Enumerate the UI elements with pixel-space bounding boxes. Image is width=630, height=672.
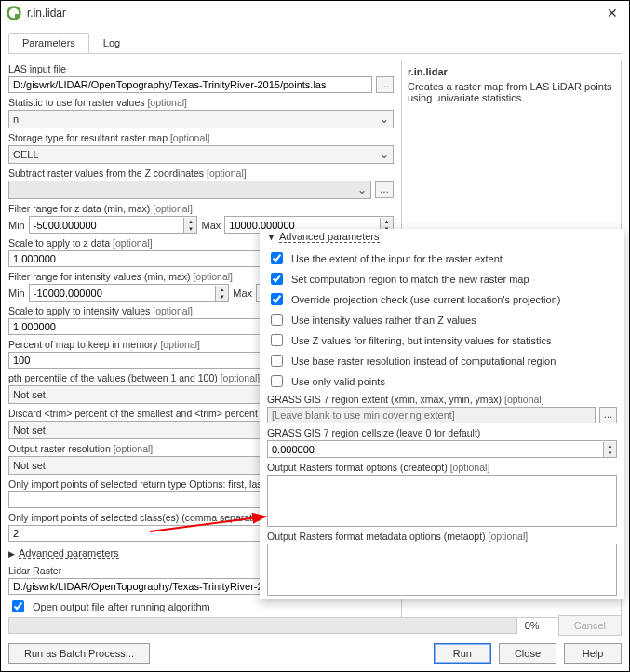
spin-down-icon[interactable]: ▼: [216, 293, 228, 301]
chk-z-filter[interactable]: Use Z values for filtering, but intensit…: [267, 331, 617, 349]
browse-subtract-button[interactable]: …: [375, 181, 394, 198]
cancel-button: Cancel: [558, 615, 622, 636]
triangle-down-icon: ▼: [267, 233, 275, 242]
createopt-textarea[interactable]: [267, 475, 617, 527]
spin-down-icon[interactable]: ▼: [604, 450, 616, 457]
statistic-select[interactable]: n: [8, 110, 394, 128]
progress-bar: [8, 617, 517, 634]
progress-percent: 0%: [525, 620, 551, 631]
cellsize-field[interactable]: ▲▼: [267, 440, 617, 458]
label-max: Max: [201, 220, 221, 231]
close-button[interactable]: Close: [499, 643, 556, 664]
chk-valid-only[interactable]: Use only valid points: [267, 372, 617, 390]
subtract-select[interactable]: [8, 181, 371, 199]
advanced-params-header[interactable]: ▼ Advanced parameters: [267, 229, 617, 247]
storage-select[interactable]: CELL: [8, 145, 394, 164]
help-description: Creates a raster map from LAS LiDAR poin…: [408, 81, 615, 103]
label-cellsize: GRASS GIS 7 region cellsize (leave 0 for…: [267, 427, 617, 438]
z-min-field[interactable]: ▲▼: [29, 216, 198, 234]
label-max: Max: [233, 288, 252, 299]
spin-up-icon[interactable]: ▲: [604, 442, 616, 450]
title-bar: r.in.lidar ✕: [1, 1, 629, 25]
label-filter-z: Filter range for z data (min, max) [opti…: [8, 203, 394, 214]
label-min: Min: [8, 288, 25, 299]
chk-use-intensity[interactable]: Use intensity values rather than Z value…: [267, 311, 617, 329]
window-title: r.in.lidar: [27, 7, 601, 20]
browse-extent-button[interactable]: …: [599, 407, 617, 423]
triangle-right-icon: ▶: [8, 549, 15, 558]
spin-up-icon[interactable]: ▲: [216, 286, 228, 293]
label-las-input: LAS input file: [8, 63, 394, 74]
svg-rect-1: [15, 14, 19, 18]
chk-override-proj[interactable]: Override projection check (use current l…: [267, 290, 617, 308]
chk-set-region[interactable]: Set computation region to match the new …: [267, 270, 617, 288]
label-min: Min: [8, 220, 25, 231]
label-region-extent: GRASS GIS 7 region extent (xmin, xmax, y…: [267, 394, 617, 405]
chk-base-res[interactable]: Use base raster resolution instead of co…: [267, 352, 617, 370]
run-button[interactable]: Run: [434, 643, 491, 664]
spin-up-icon[interactable]: ▲: [184, 218, 196, 225]
i-min-field[interactable]: ▲▼: [29, 284, 229, 302]
browse-las-button[interactable]: …: [376, 76, 394, 93]
batch-button[interactable]: Run as Batch Process...: [8, 643, 150, 664]
open-after-checkbox[interactable]: Open output file after running algorithm: [8, 598, 394, 615]
label-createopt: Output Rasters format options (createopt…: [267, 462, 617, 473]
tab-parameters[interactable]: Parameters: [8, 33, 89, 53]
label-statistic: Statistic to use for raster values [opti…: [8, 97, 394, 108]
label-metaopt: Output Rasters format metadata options (…: [267, 531, 617, 542]
las-input-field[interactable]: [8, 76, 372, 93]
advanced-params-popover: ▼ Advanced parameters Use the extent of …: [260, 229, 624, 599]
metaopt-textarea[interactable]: [267, 544, 617, 596]
region-extent-field[interactable]: [267, 407, 596, 423]
qgis-logo-icon: [7, 6, 21, 20]
label-subtract: Subtract raster values from the Z coordi…: [8, 168, 394, 179]
close-icon[interactable]: ✕: [601, 6, 623, 20]
spin-down-icon[interactable]: ▼: [184, 225, 196, 233]
help-button[interactable]: Help: [564, 643, 622, 664]
label-storage: Storage type for resultant raster map [o…: [8, 132, 394, 143]
tab-log[interactable]: Log: [89, 33, 134, 53]
chk-use-extent[interactable]: Use the extent of the input for the rast…: [267, 249, 617, 267]
spin-up-icon[interactable]: ▲: [381, 218, 393, 225]
help-title: r.in.lidar: [408, 66, 615, 77]
tab-bar: Parameters Log: [8, 33, 622, 54]
